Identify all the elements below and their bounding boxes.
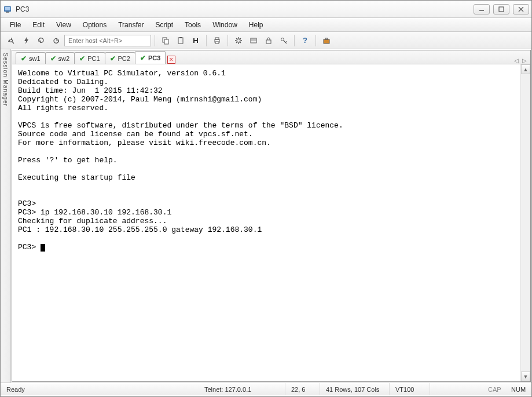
tab-prev-icon[interactable]: ◁ [514,57,519,64]
tab-label: sw2 [58,55,70,62]
menu-bar: FileEditViewOptionsTransferScriptToolsWi… [1,18,531,32]
svg-rect-18 [266,40,271,43]
connect-icon[interactable] [4,34,18,48]
status-size: 41 Rows, 107 Cols [320,383,390,395]
host-input[interactable] [64,35,151,46]
check-icon: ✔ [79,54,85,63]
tab-label: PC2 [118,55,130,62]
svg-point-19 [281,38,284,41]
menu-window[interactable]: Window [208,19,242,31]
tab-sw2[interactable]: ✔sw2 [45,52,75,64]
svg-rect-22 [324,39,329,43]
separator [315,35,316,46]
status-cursor-pos: 22, 6 [285,383,320,395]
title-bar: PC3 [1,1,531,18]
settings-icon[interactable] [232,34,245,48]
menu-view[interactable]: View [52,19,76,31]
svg-point-7 [10,39,13,42]
close-button[interactable] [513,4,529,14]
cursor [41,244,45,252]
svg-rect-9 [164,39,168,44]
print-icon[interactable] [210,34,224,48]
menu-help[interactable]: Help [244,19,268,31]
svg-rect-4 [499,7,504,12]
svg-rect-14 [215,42,219,43]
reconnect-icon[interactable] [34,34,48,48]
terminal[interactable]: Welcome to Virtual PC Simulator, version… [12,64,530,381]
menu-tools[interactable]: Tools [180,19,206,31]
help-icon[interactable]: ? [298,34,312,48]
sessions-icon[interactable] [247,34,261,48]
menu-edit[interactable]: Edit [28,19,49,31]
menu-transfer[interactable]: Transfer [113,19,148,31]
toolbar: ? [1,32,531,49]
menu-options[interactable]: Options [78,19,111,31]
tab-label: PC3 [148,54,160,61]
session-manager-panel[interactable]: Session Manager [1,49,11,383]
tab-close-button[interactable]: ✕ [167,56,175,64]
separator [206,35,207,46]
svg-rect-1 [5,7,10,10]
tab-nav: ◁ ▷ [514,57,527,64]
window-title: PC3 [16,5,29,13]
key-icon[interactable] [277,34,291,48]
maximize-button[interactable] [493,4,509,14]
scrollbar[interactable]: ▲ ▼ [520,64,530,381]
window-controls [474,4,529,14]
separator [294,35,295,46]
tab-label: sw1 [29,55,41,62]
svg-rect-16 [251,38,256,43]
separator [155,35,155,46]
side-panel-label: Session Manager [2,53,9,107]
status-ready: Ready [1,383,199,395]
svg-rect-10 [178,38,183,43]
scroll-down-icon[interactable]: ▼ [521,371,530,381]
tab-pc2[interactable]: ✔PC2 [105,52,135,64]
status-numlock: NUM [505,383,531,395]
toolbox-icon[interactable] [320,34,333,48]
find-icon[interactable] [189,34,203,48]
tab-pc1[interactable]: ✔PC1 [74,52,105,64]
check-icon: ✔ [140,54,146,62]
tab-sw1[interactable]: ✔sw1 [16,52,46,64]
tab-label: PC1 [87,55,100,62]
menu-script[interactable]: Script [151,19,178,31]
lock-icon[interactable] [262,34,276,48]
status-capslock: CAP [482,383,505,395]
quick-connect-icon[interactable] [19,34,33,48]
copy-icon[interactable] [159,34,173,48]
separator [228,35,228,46]
svg-rect-11 [179,37,182,38]
paste-icon[interactable] [174,34,188,48]
check-icon: ✔ [110,54,116,63]
tabs-bar: ✔sw1✔sw2✔PC1✔PC2✔PC3✕ ◁ ▷ [12,50,530,64]
scroll-track[interactable] [521,74,530,371]
status-term-type: VT100 [390,383,430,395]
svg-rect-13 [215,38,219,39]
minimize-button[interactable] [474,4,490,14]
svg-rect-2 [6,12,9,13]
tab-pc3[interactable]: ✔PC3 [135,51,166,64]
menu-file[interactable]: File [5,19,25,31]
disconnect-icon[interactable] [49,34,63,48]
svg-line-20 [284,41,287,43]
svg-point-15 [237,39,240,42]
svg-rect-23 [325,38,328,39]
app-icon [3,5,12,14]
status-bar: Ready Telnet: 127.0.0.1 22, 6 41 Rows, 1… [1,383,531,395]
terminal-output: Welcome to Virtual PC Simulator, version… [12,64,520,381]
tab-next-icon[interactable]: ▷ [522,57,527,64]
scroll-up-icon[interactable]: ▲ [521,64,530,74]
check-icon: ✔ [50,54,56,63]
check-icon: ✔ [21,54,27,63]
svg-line-21 [285,41,287,42]
status-connection: Telnet: 127.0.0.1 [199,383,285,395]
